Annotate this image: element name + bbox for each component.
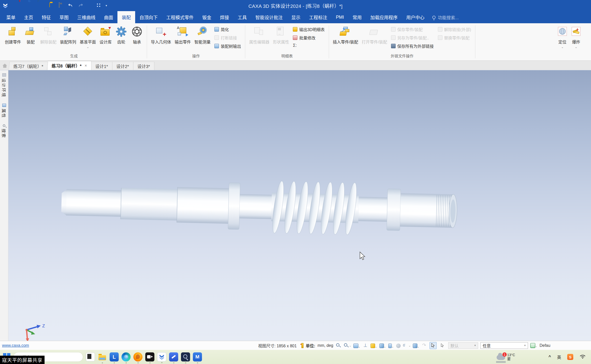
menu-assembly-active[interactable]: 装配 — [117, 11, 135, 23]
menu-common[interactable]: 常用 — [348, 11, 366, 23]
function-search[interactable]: 功能搜索... — [432, 11, 459, 23]
redo-button[interactable] — [77, 3, 83, 8]
doc-tab-exercise8-active[interactable]: 练习8（蜗杆）* × — [48, 61, 91, 70]
doc-tab-design2[interactable]: 设计2* — [112, 62, 133, 70]
bearing-button[interactable]: 轴承 — [129, 24, 145, 45]
group-label-operate: 操作 — [149, 53, 243, 60]
standard-view-icon[interactable]: ⌄ — [371, 344, 375, 348]
menu-surface[interactable]: 曲面 — [100, 11, 117, 23]
qat-more-dropdown[interactable]: ▾ — [106, 3, 107, 8]
menu-load-apps[interactable]: 加载应用程序 — [366, 11, 402, 23]
gear-button[interactable]: 齿轮 — [113, 24, 129, 45]
import-geometry-button[interactable]: + 导入几何体 — [149, 24, 173, 45]
create-part-button[interactable]: 创建零件 — [3, 24, 23, 45]
title-bar: ▼ G ◤ ▾ CAXA 3D 实体设计2024 - [练习8（蜗杆）*] — [0, 0, 591, 11]
ribbon-group-position-explode: 定位 ⌄ 爆炸 ⌄ — [554, 23, 590, 60]
taskbar-designer-icon[interactable] — [169, 352, 178, 361]
menu-3dcurve[interactable]: 三维曲线 — [73, 11, 100, 23]
new-file-button[interactable] — [12, 3, 17, 8]
assembly-pattern-button[interactable]: 装配阵列 — [58, 24, 78, 45]
export-part-button[interactable]: A 输出零件 — [173, 24, 193, 45]
save-all-external-links-button[interactable]: 保存所有为外部链接 — [391, 43, 434, 49]
undo-button[interactable] — [68, 3, 74, 8]
tray-expand-chevron[interactable]: ^ — [548, 354, 551, 359]
bom-table-icon[interactable]: ⌄ — [530, 343, 535, 348]
smart-measure-button[interactable]: 智能测量 — [193, 24, 212, 45]
menu-caidan[interactable]: 菜单 — [2, 11, 20, 23]
menu-display[interactable]: 显示 — [287, 11, 305, 23]
tab-close-icon[interactable]: × — [85, 63, 87, 68]
taskbar-caxa-icon[interactable] — [157, 352, 166, 361]
properties-icon — [2, 104, 6, 107]
taskbar-file-explorer-icon[interactable] — [98, 352, 107, 361]
customize-grid-button[interactable] — [96, 3, 102, 8]
sogou-input-icon[interactable]: S — [567, 354, 573, 360]
side-tab-search[interactable]: 搜索 — [1, 124, 7, 138]
open-g-file-button[interactable]: G — [31, 3, 36, 8]
stereo-glasses-icon[interactable]: ⌄ — [403, 343, 409, 348]
open-draft-button[interactable]: ▼ — [21, 3, 27, 8]
position-dropdown[interactable]: ⌄ — [561, 46, 564, 48]
main-area: 设计环境 属性 搜索 — [0, 70, 591, 341]
import-file-button[interactable]: ◤ — [40, 3, 46, 8]
open-folder-button[interactable] — [49, 3, 55, 8]
datum-plane-dropdown[interactable]: ⌄ — [87, 46, 89, 48]
design-library-button[interactable]: 设计库 — [98, 24, 113, 45]
export-part-icon: A — [177, 26, 189, 37]
taskbar-edge-icon[interactable] — [121, 352, 131, 361]
menu-sketch[interactable]: 草图 — [55, 11, 73, 23]
scene-cube-icon[interactable]: ⌄ — [413, 344, 417, 348]
taskbar-weather[interactable]: 1 13°C 雾 — [497, 350, 515, 364]
menu-topdown[interactable]: 自顶向下 — [135, 11, 162, 23]
doc-tab-design3[interactable]: 设计3* — [133, 62, 154, 70]
menu-smart-annotation[interactable]: 智能设计批注 — [251, 11, 287, 23]
menu-sheetmetal[interactable]: 钣金 — [198, 11, 216, 23]
assembly-tree-export-button[interactable]: 装配树输出 — [214, 43, 241, 49]
menu-engineering-dim[interactable]: 工程标注 — [305, 11, 332, 23]
menu-weld[interactable]: 焊接 — [216, 11, 233, 23]
menu-home[interactable]: 主页 — [20, 11, 37, 23]
explode-dropdown[interactable]: ⌄ — [575, 46, 577, 48]
simplify-button[interactable]: 简化 — [214, 26, 241, 32]
datum-plane-button[interactable]: 基准平面 ⌄ — [78, 24, 98, 48]
menu-pmi[interactable]: PMI — [332, 11, 348, 23]
insert-part-assembly-button[interactable]: ⤴ 插入零件/装配 — [331, 24, 360, 45]
position-button[interactable]: 定位 ⌄ — [556, 24, 569, 48]
menu-tools[interactable]: 工具 — [233, 11, 251, 23]
ime-indicator[interactable]: 英 — [557, 354, 561, 360]
shaded-view-icon[interactable]: ⌄ — [379, 344, 384, 348]
menu-feature[interactable]: 特征 — [37, 11, 55, 23]
save-button[interactable] — [59, 3, 64, 8]
side-tab-design-environment[interactable]: 设计环境 — [1, 73, 7, 98]
explode-button[interactable]: 爆炸 ⌄ — [569, 24, 583, 48]
taskbar-blue-app-icon[interactable]: L — [110, 352, 119, 361]
any-filter-combo[interactable]: 任意▾ — [480, 342, 528, 349]
menu-engineering-part[interactable]: 工程模式零件 — [162, 11, 198, 23]
taskbar-viewer-icon[interactable] — [181, 352, 190, 361]
menu-user-center[interactable]: 用户中心 — [402, 11, 429, 23]
assemble-button[interactable]: 装配 — [23, 24, 38, 45]
wifi-icon[interactable] — [579, 354, 586, 360]
caxa-website-link[interactable]: www.caxa.com — [2, 343, 29, 348]
batch-modify-button[interactable]: 批量修改 — [293, 35, 324, 41]
side-tab-properties[interactable]: 属性 — [1, 104, 7, 118]
taskbar-meeting-icon[interactable] — [145, 352, 154, 361]
zoom-extents-icon[interactable] — [363, 343, 368, 348]
display-options-icon[interactable]: ⌄ — [388, 344, 392, 348]
viewport-3d[interactable]: Z X — [8, 70, 591, 341]
view-orientation-icon[interactable]: ⌄ — [353, 344, 358, 348]
pick-cursor-icon[interactable] — [439, 342, 446, 349]
taskbar-m-app-icon[interactable]: M — [193, 352, 202, 361]
taskbar-notepad-icon[interactable] — [86, 352, 95, 361]
select-cursor-button-active[interactable] — [430, 342, 437, 349]
sigma-button[interactable]: Σ: — [293, 43, 324, 48]
taskbar-firefox-icon[interactable] — [133, 352, 142, 361]
weather-cloud-icon: 1 — [497, 355, 505, 360]
zoom-window-icon[interactable]: ⌄ — [343, 343, 349, 348]
render-mode-icon[interactable] — [396, 344, 401, 348]
doc-tab-exercise7[interactable]: 练习7（蜗轮）* — [9, 62, 48, 70]
export-3d-bom-button[interactable]: 输出3D明细表 — [293, 26, 324, 32]
home-icon[interactable] — [3, 64, 7, 68]
doc-tab-design1[interactable]: 设计1* — [91, 62, 112, 70]
zoom-in-icon[interactable] — [336, 343, 341, 348]
